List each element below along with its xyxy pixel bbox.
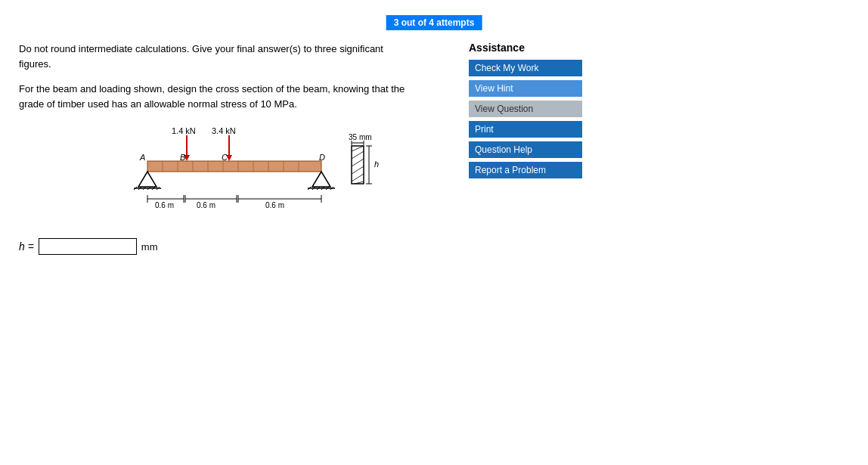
beam-body	[147, 161, 321, 172]
answer-variable-label: h =	[19, 240, 34, 253]
cs-hatch4	[352, 166, 364, 174]
instructions-line1: Do not round intermediate calculations. …	[19, 43, 383, 54]
dim-label-2: 0.6 m	[197, 201, 215, 209]
view-hint-button[interactable]: View Hint	[469, 80, 582, 97]
main-content: Do not round intermediate calculations. …	[19, 42, 465, 255]
problem-text: For the beam and loading shown, design t…	[19, 82, 465, 111]
print-button[interactable]: Print	[469, 121, 582, 138]
support-a	[138, 172, 157, 187]
dim-label-1: 0.6 m	[155, 201, 174, 209]
height-label: h	[374, 160, 379, 169]
cs-hatch5	[352, 174, 364, 181]
h-input[interactable]	[39, 238, 137, 255]
assistance-panel: Assistance Check My Work View Hint View …	[469, 42, 620, 182]
instructions: Do not round intermediate calculations. …	[19, 42, 465, 71]
answer-unit-label: mm	[141, 241, 158, 253]
force1-label: 1.4 kN	[172, 126, 196, 135]
force2-label: 3.4 kN	[212, 126, 236, 135]
cross-width-label: 35 mm	[349, 133, 372, 141]
check-my-work-button[interactable]: Check My Work	[469, 60, 582, 76]
cs-hatch2	[352, 151, 364, 159]
instructions-line2: figures.	[19, 58, 51, 70]
cs-hatch1	[352, 146, 364, 151]
answer-row: h = mm	[19, 238, 465, 255]
problem-line1: For the beam and loading shown, design t…	[19, 83, 405, 95]
report-problem-button[interactable]: Report a Problem	[469, 162, 582, 178]
support-d	[312, 172, 330, 187]
cs-hatch3	[352, 159, 364, 166]
assistance-title: Assistance	[469, 42, 620, 54]
beam-svg: 1.4 kN 3.4 kN	[125, 125, 427, 227]
problem-line2: grade of timber used has an allowable no…	[19, 98, 297, 110]
cross-section-rect	[352, 146, 364, 184]
label-c: C	[222, 153, 228, 162]
view-question-button[interactable]: View Question	[469, 101, 582, 117]
label-d: D	[319, 153, 325, 162]
beam-diagram: 1.4 kN 3.4 kN	[125, 125, 412, 223]
attempts-banner: 3 out of 4 attempts	[386, 15, 482, 30]
label-b: B	[180, 153, 185, 162]
dim-label-3: 0.6 m	[265, 201, 284, 209]
question-help-button[interactable]: Question Help	[469, 141, 582, 158]
label-a: A	[139, 153, 145, 162]
